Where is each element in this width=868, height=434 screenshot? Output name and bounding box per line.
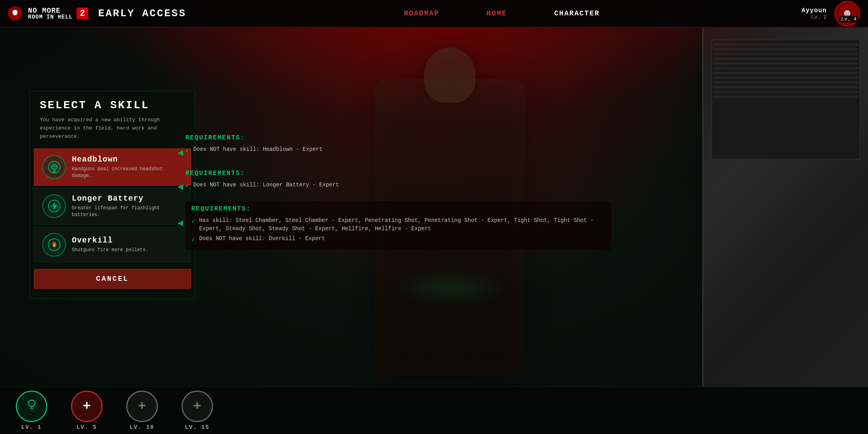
arrow-skill3: ◀ <box>178 217 183 229</box>
player-info: Ayyoun Lv. 2 <box>801 7 827 20</box>
skill-item-overkill[interactable]: Overkill Shotguns fire more pellets. <box>34 227 191 263</box>
skill-item-headblown[interactable]: Headblown Handguns deal increased headsh… <box>34 148 191 186</box>
check-icon-2-1: ✓ <box>185 181 189 191</box>
level-slot-1[interactable]: LV. 1 <box>16 391 47 430</box>
longer-battery-icon <box>47 199 61 213</box>
req-item-3-1: ✓ Has skill: Steel Chamber, Steel Chambe… <box>191 216 606 233</box>
bottom-bar: LV. 1 + LV. 5 + LV. 10 + LV. 15 <box>0 387 868 434</box>
headblown-info: Headblown Handguns deal increased headsh… <box>72 155 183 179</box>
logo-text: NO MORE ROOM IN HELL <box>28 7 73 20</box>
logo-room-hell: ROOM IN HELL <box>28 14 73 20</box>
req-item-1-1: ✓ Does NOT have skill: Headblown - Exper… <box>185 145 322 155</box>
svg-point-1 <box>52 166 54 168</box>
longer-battery-icon-box <box>42 194 66 218</box>
level-icon-5: + <box>71 391 103 422</box>
skill-panel-title: SELECT A SKILL <box>40 99 185 111</box>
req-block-3: REQUIREMENTS: ✓ Has skill: Steel Chamber… <box>185 201 612 250</box>
player-level: Lv. 2 <box>801 14 827 20</box>
longer-battery-name: Longer Battery <box>72 194 183 203</box>
nav-links: ROADMAP HOME CHARACTER <box>202 9 801 17</box>
overkill-info: Overkill Shotguns fire more pellets. <box>72 236 183 254</box>
skill-item-longer-battery[interactable]: Longer Battery Greater lifespan for flas… <box>34 188 191 225</box>
check-icon-3-2: ✓ <box>191 235 195 244</box>
check-icon-1-1: ✓ <box>185 146 189 155</box>
level-icon-15: + <box>181 391 213 422</box>
overkill-icon-box <box>42 233 66 257</box>
cancel-button[interactable]: CANCEL <box>34 269 191 289</box>
overkill-desc: Shotguns fire more pellets. <box>72 247 183 254</box>
arrow-skill1: ◀ <box>178 147 183 158</box>
level5-label: LV. 5 <box>77 424 97 430</box>
level10-label: LV. 10 <box>130 424 154 430</box>
req-text-3-2: Does NOT have skill: Overkill - Expert <box>199 235 325 243</box>
longer-battery-desc: Greater lifespan for flashlight batterie… <box>72 205 183 218</box>
logo-no-more: NO MORE <box>28 7 73 14</box>
svg-point-7 <box>53 245 55 247</box>
headblown-desc: Handguns deal increased headshot damage. <box>72 166 183 179</box>
nav-home[interactable]: HOME <box>486 9 507 17</box>
character-glow <box>391 268 509 308</box>
level-icon-10: + <box>126 391 158 422</box>
overkill-name: Overkill <box>72 236 183 245</box>
req-item-3-2: ✓ Does NOT have skill: Overkill - Expert <box>191 235 606 244</box>
player-name: Ayyoun <box>801 7 827 14</box>
skill-panel: SELECT A SKILL You have acquired a new a… <box>30 91 195 299</box>
overkill-icon <box>47 238 61 252</box>
level1-icon <box>24 397 39 416</box>
req-block-2: REQUIREMENTS: ✓ Does NOT have skill: Lon… <box>185 170 339 192</box>
req-block-1: REQUIREMENTS: ✓ Does NOT have skill: Hea… <box>185 134 322 157</box>
req-text-1-1: Does NOT have skill: Headblown - Expert <box>193 145 323 154</box>
req-title-3: REQUIREMENTS: <box>191 205 606 212</box>
skill-panel-description: You have acquired a new ability through … <box>40 116 166 141</box>
level1-label: LV. 1 <box>21 424 42 430</box>
nav-character[interactable]: CHARACTER <box>554 9 600 17</box>
nav-roadmap[interactable]: ROADMAP <box>404 9 440 17</box>
level-icon-1 <box>16 391 47 422</box>
nav-right: Ayyoun Lv. 2 ☻ Lv. 4 <box>801 1 860 26</box>
level-slot-15[interactable]: + LV. 15 <box>181 391 213 430</box>
skill-panel-header: SELECT A SKILL You have acquired a new a… <box>30 91 195 147</box>
headblown-icon <box>47 160 61 174</box>
svg-point-2 <box>54 166 56 168</box>
level15-label: LV. 15 <box>185 424 210 430</box>
headblown-icon-box <box>42 155 66 179</box>
level5-icon: + <box>83 399 91 414</box>
nav-logo: NO MORE ROOM IN HELL 2 EARLY ACCESS <box>8 6 186 21</box>
longer-battery-info: Longer Battery Greater lifespan for flas… <box>72 194 183 218</box>
avatar-level: Lv. 4 <box>840 16 858 23</box>
req-item-2-1: ✓ Does NOT have skill: Longer Battery - … <box>185 181 339 191</box>
arrow-skill2: ◀ <box>178 181 183 192</box>
headblown-name: Headblown <box>72 155 183 164</box>
level10-icon: + <box>138 399 146 414</box>
skull-icon <box>8 6 22 21</box>
early-access-label: EARLY ACCESS <box>98 8 186 19</box>
req-title-1: REQUIREMENTS: <box>185 134 322 141</box>
req-text-3-1: Has skill: Steel Chamber, Steel Chamber … <box>199 216 606 233</box>
nav-bar: NO MORE ROOM IN HELL 2 EARLY ACCESS ROAD… <box>0 0 868 28</box>
player-avatar[interactable]: ☻ <box>834 1 860 26</box>
level15-icon: + <box>193 399 201 414</box>
character-head <box>424 47 475 103</box>
svg-rect-5 <box>58 206 59 207</box>
req-title-2: REQUIREMENTS: <box>185 170 339 177</box>
level-slot-5[interactable]: + LV. 5 <box>71 391 103 430</box>
req-text-2-1: Does NOT have skill: Longer Battery - Ex… <box>193 181 339 189</box>
level-slot-10[interactable]: + LV. 10 <box>126 391 158 430</box>
logo-number: 2 <box>77 8 88 19</box>
check-icon-3-1: ✓ <box>191 217 195 226</box>
